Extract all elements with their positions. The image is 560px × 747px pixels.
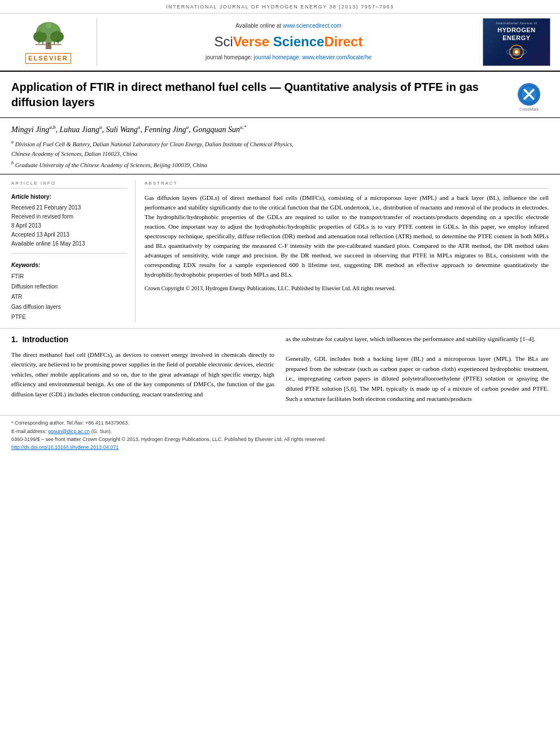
main-body: 1. Introduction The direct methanol fuel… bbox=[0, 329, 560, 409]
crossmark-area: CrossMark bbox=[515, 83, 543, 112]
body-left-col: 1. Introduction The direct methanol fuel… bbox=[11, 334, 274, 404]
keywords-section: Keywords: FTIR Diffusion reflection ATR … bbox=[11, 261, 127, 322]
keywords-label: Keywords: bbox=[11, 261, 127, 269]
issn-footnote: 0360-3199/$ – see front matter Crown Cop… bbox=[11, 435, 549, 443]
elsevier-tree-image bbox=[23, 20, 74, 51]
abstract-text: Gas diffusion layers (GDLs) of direct me… bbox=[145, 193, 549, 279]
keyword-ptfe: PTFE bbox=[11, 312, 127, 322]
elsevier-tree-svg bbox=[23, 20, 74, 51]
article-info-col: ARTICLE INFO Article history: Received 2… bbox=[11, 180, 135, 322]
revised-date2: 8 April 2013 bbox=[11, 221, 127, 230]
he-logo-text: International Journal of HYDROGEN ENERGY bbox=[496, 21, 537, 63]
elsevier-logo-area: ELSEVIER bbox=[7, 18, 97, 66]
corresponding-footnote: * Corresponding author. Tel./fax: +86 41… bbox=[11, 419, 549, 427]
affiliation-a2: Chinese Academy of Sciences, Dalian 1160… bbox=[11, 150, 549, 159]
section1-title: 1. Introduction bbox=[11, 334, 274, 346]
paper-title: Application of FTIR in direct methanol f… bbox=[11, 80, 506, 110]
revised-date: Received in revised form bbox=[11, 212, 127, 221]
copyright-line: Crown Copyright © 2013, Hydrogen Energy … bbox=[145, 285, 549, 292]
body-right-col: as the substrate for catalyst layer, whi… bbox=[286, 334, 549, 404]
email-footnote: E-mail address: gqsun@dicp.ac.cn (G. Sun… bbox=[11, 427, 549, 435]
article-info-label: ARTICLE INFO bbox=[11, 180, 127, 189]
paper-title-text: Application of FTIR in direct methanol f… bbox=[11, 80, 506, 110]
hydrogen-energy-logo: International Journal of HYDROGEN ENERGY bbox=[480, 18, 553, 66]
section1-right-text: as the substrate for catalyst layer, whi… bbox=[286, 334, 549, 404]
svg-point-5 bbox=[51, 25, 58, 32]
article-history: Article history: Received 21 February 20… bbox=[11, 193, 127, 248]
doi-footnote: http://dx.doi.org/10.1016/j.ijhydene.201… bbox=[11, 443, 549, 451]
received-date: Received 21 February 2013 bbox=[11, 203, 127, 212]
accepted-date: Accepted 13 April 2013 bbox=[11, 230, 127, 239]
section1-left-text: The direct methanol fuel cell (DMFCs), a… bbox=[11, 350, 274, 400]
header-area: ELSEVIER Available online at www.science… bbox=[0, 14, 560, 72]
footer-area: * Corresponding author. Tel./fax: +86 41… bbox=[0, 415, 560, 455]
history-label: Article history: bbox=[11, 193, 127, 201]
abstract-col: ABSTRACT Gas diffusion layers (GDLs) of … bbox=[145, 180, 549, 322]
abstract-label: ABSTRACT bbox=[145, 180, 549, 189]
keyword-atr: ATR bbox=[11, 292, 127, 302]
sciencedirect-link[interactable]: www.sciencedirect.com bbox=[283, 23, 342, 29]
available-date: Available online 16 May 2013 bbox=[11, 239, 127, 248]
authors-line: Mingyi Jinga,b, Luhua Jianga, Suli Wanga… bbox=[11, 124, 549, 135]
journal-header-bar: INTERNATIONAL JOURNAL OF HYDROGEN ENERGY… bbox=[0, 0, 560, 14]
journal-homepage: journal homepage: journal homepage: www.… bbox=[205, 54, 371, 62]
affiliations: a Division of Fuel Cell & Battery, Dalia… bbox=[11, 139, 549, 169]
authors-area: Mingyi Jinga,b, Luhua Jianga, Suli Wanga… bbox=[0, 118, 560, 174]
doi-link[interactable]: http://dx.doi.org/10.1016/j.ijhydene.201… bbox=[11, 444, 119, 450]
journal-homepage-link[interactable]: journal homepage: www.elsevier.com/locat… bbox=[254, 54, 371, 60]
crossmark-icon bbox=[518, 83, 540, 106]
email-link[interactable]: gqsun@dicp.ac.cn bbox=[48, 429, 90, 434]
sciverse-title: SciVerse ScienceDirect bbox=[215, 32, 363, 51]
he-logo-box: International Journal of HYDROGEN ENERGY bbox=[483, 18, 550, 66]
elsevier-label: ELSEVIER bbox=[25, 53, 71, 64]
svg-point-4 bbox=[40, 27, 46, 33]
svg-point-15 bbox=[515, 50, 518, 54]
affiliation-a: a Division of Fuel Cell & Battery, Dalia… bbox=[11, 139, 549, 148]
crossmark-label: CrossMark bbox=[519, 107, 539, 112]
keyword-diffusion: Diffusion reflection bbox=[11, 282, 127, 292]
keyword-ftir: FTIR bbox=[11, 272, 127, 282]
svg-point-6 bbox=[46, 23, 51, 28]
affiliation-b: b Graduate University of the Chinese Aca… bbox=[11, 160, 549, 169]
svg-point-3 bbox=[50, 31, 64, 42]
paper-title-area: Application of FTIR in direct methanol f… bbox=[0, 72, 560, 119]
svg-point-2 bbox=[33, 31, 47, 42]
article-info-abstract: ARTICLE INFO Article history: Received 2… bbox=[0, 174, 560, 329]
available-online-text: Available online at www.sciencedirect.co… bbox=[235, 22, 342, 30]
sciverse-area: Available online at www.sciencedirect.co… bbox=[104, 18, 473, 66]
keyword-gdl: Gas diffusion layers bbox=[11, 302, 127, 312]
